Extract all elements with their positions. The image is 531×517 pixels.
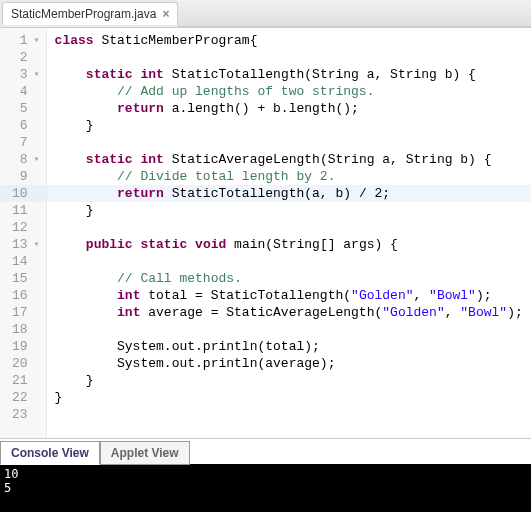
line-number: 22: [12, 389, 28, 406]
gutter-line: 2: [12, 49, 40, 66]
code-line[interactable]: int total = StaticTotallength("Golden", …: [55, 287, 523, 304]
fold-icon[interactable]: ▾: [32, 236, 40, 253]
tab-bar-filler: [178, 0, 531, 27]
line-number: 17: [12, 304, 28, 321]
line-number: 3: [20, 66, 28, 83]
gutter-line: 13▾: [12, 236, 40, 253]
code-line[interactable]: [55, 321, 523, 338]
code-line[interactable]: int average = StaticAverageLength("Golde…: [55, 304, 523, 321]
code-line[interactable]: System.out.println(average);: [55, 355, 523, 372]
line-number: 4: [20, 83, 28, 100]
gutter-line: 3▾: [12, 66, 40, 83]
code-line[interactable]: }: [55, 117, 523, 134]
code-editor[interactable]: 1▾23▾45678▾910111213▾1415161718192021222…: [0, 28, 531, 438]
editor-tab-bar: StaticMemberProgram.java ×: [0, 0, 531, 28]
code-line[interactable]: }: [55, 372, 523, 389]
gutter-line: 19: [12, 338, 40, 355]
gutter-line: 14: [12, 253, 40, 270]
code-line[interactable]: // Call methods.: [55, 270, 523, 287]
gutter-line: 8▾: [12, 151, 40, 168]
code-area[interactable]: class StaticMemberProgram{ static int St…: [47, 28, 531, 438]
tab-console-view[interactable]: Console View: [0, 441, 100, 465]
code-line[interactable]: static int StaticTotallength(String a, S…: [55, 66, 523, 83]
code-line[interactable]: }: [55, 389, 523, 406]
code-line[interactable]: static int StaticAverageLength(String a,…: [55, 151, 523, 168]
line-number: 18: [12, 321, 28, 338]
gutter-line: 4: [12, 83, 40, 100]
line-number: 1: [20, 32, 28, 49]
gutter-line: 6: [12, 117, 40, 134]
gutter-line: 9: [12, 168, 40, 185]
line-number: 10: [12, 185, 28, 202]
line-number: 6: [20, 117, 28, 134]
code-line[interactable]: // Divide total length by 2.: [55, 168, 523, 185]
code-line[interactable]: public static void main(String[] args) {: [55, 236, 523, 253]
code-line[interactable]: [55, 253, 523, 270]
code-line[interactable]: [55, 406, 523, 423]
gutter-line: 15: [12, 270, 40, 287]
gutter-line: 7: [12, 134, 40, 151]
line-number: 16: [12, 287, 28, 304]
code-line[interactable]: [55, 219, 523, 236]
line-number: 19: [12, 338, 28, 355]
gutter-line: 21: [12, 372, 40, 389]
line-number: 21: [12, 372, 28, 389]
gutter-line: 5: [12, 100, 40, 117]
code-line[interactable]: class StaticMemberProgram{: [55, 32, 523, 49]
line-gutter: 1▾23▾45678▾910111213▾1415161718192021222…: [0, 28, 47, 438]
line-number: 7: [20, 134, 28, 151]
gutter-line: 17: [12, 304, 40, 321]
line-number: 14: [12, 253, 28, 270]
line-number: 11: [12, 202, 28, 219]
code-line[interactable]: [55, 134, 523, 151]
gutter-line: 22: [12, 389, 40, 406]
gutter-line: 11: [12, 202, 40, 219]
line-number: 9: [20, 168, 28, 185]
line-number: 8: [20, 151, 28, 168]
line-number: 5: [20, 100, 28, 117]
line-number: 2: [20, 49, 28, 66]
code-line[interactable]: System.out.println(total);: [55, 338, 523, 355]
gutter-line: 10: [0, 185, 46, 202]
console-tab-bar: Console View Applet View: [0, 438, 531, 465]
gutter-line: 23: [12, 406, 40, 423]
file-tab-label: StaticMemberProgram.java: [11, 7, 156, 21]
gutter-line: 18: [12, 321, 40, 338]
file-tab[interactable]: StaticMemberProgram.java ×: [2, 2, 178, 25]
gutter-line: 20: [12, 355, 40, 372]
line-number: 13: [12, 236, 28, 253]
gutter-line: 16: [12, 287, 40, 304]
line-number: 20: [12, 355, 28, 372]
line-number: 12: [12, 219, 28, 236]
code-line[interactable]: return a.length() + b.length();: [55, 100, 523, 117]
code-line[interactable]: }: [55, 202, 523, 219]
fold-icon[interactable]: ▾: [32, 32, 40, 49]
gutter-line: 1▾: [12, 32, 40, 49]
line-number: 15: [12, 270, 28, 287]
tab-applet-view[interactable]: Applet View: [100, 441, 190, 465]
fold-icon[interactable]: ▾: [32, 151, 40, 168]
console-output: 10 5: [0, 464, 531, 512]
code-line[interactable]: [55, 49, 523, 66]
fold-icon[interactable]: ▾: [32, 66, 40, 83]
code-line[interactable]: // Add up lengths of two strings.: [55, 83, 523, 100]
code-line[interactable]: return StaticTotallength(a, b) / 2;: [47, 185, 531, 202]
gutter-line: 12: [12, 219, 40, 236]
line-number: 23: [12, 406, 28, 423]
close-icon[interactable]: ×: [162, 7, 169, 21]
